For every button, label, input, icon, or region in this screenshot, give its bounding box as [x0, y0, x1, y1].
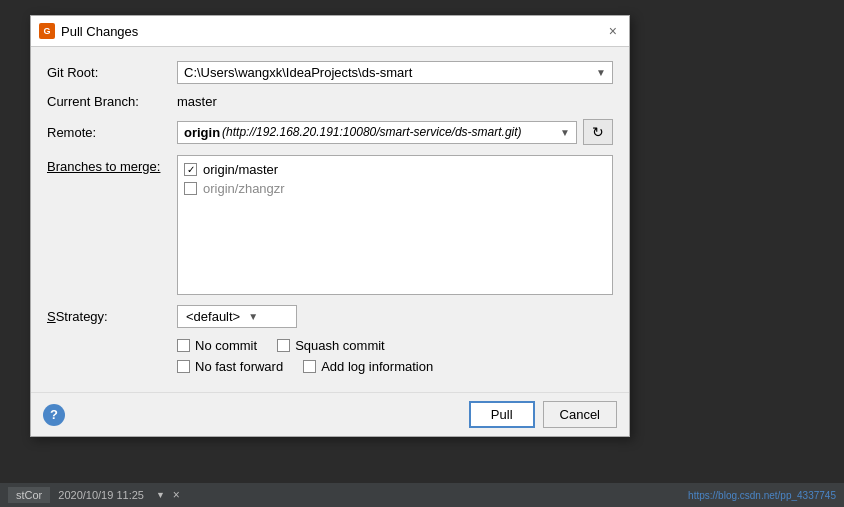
remote-select[interactable]: origin (http://192.168.20.191:10080/smar…	[177, 121, 577, 144]
strategy-row: SStrategy: <default> ▼	[47, 305, 613, 328]
status-timestamp: 2020/10/19 11:25	[58, 489, 144, 501]
status-dropdown-icon[interactable]: ▼	[156, 490, 165, 500]
squash-commit-label: Squash commit	[295, 338, 385, 353]
status-link[interactable]: https://blog.csdn.net/pp_4337745	[688, 490, 836, 501]
dialog-body: Git Root: C:\Users\wangxk\IdeaProjects\d…	[31, 47, 629, 392]
options-row-1: No commit Squash commit	[177, 338, 613, 353]
current-branch-value: master	[177, 94, 217, 109]
pull-changes-dialog: G Pull Changes × Git Root: C:\Users\wang…	[30, 15, 630, 437]
strategy-arrow-icon: ▼	[248, 311, 258, 322]
title-bar-left: G Pull Changes	[39, 23, 138, 39]
footer-buttons: Pull Cancel	[469, 401, 617, 428]
options-row-2: No fast forward Add log information	[177, 359, 613, 374]
dialog-footer: ? Pull Cancel	[31, 392, 629, 436]
remote-url: (http://192.168.20.191:10080/smart-servi…	[222, 125, 521, 139]
current-branch-label: Current Branch:	[47, 94, 177, 109]
refresh-button[interactable]: ↻	[583, 119, 613, 145]
branch-item-master[interactable]: ✓ origin/master	[182, 160, 608, 179]
branch-checkbox-zhangzr[interactable]	[184, 182, 197, 195]
strategy-value: <default>	[186, 309, 240, 324]
git-root-value: C:\Users\wangxk\IdeaProjects\ds-smart	[184, 65, 592, 80]
title-bar: G Pull Changes ×	[31, 16, 629, 47]
remote-label: Remote:	[47, 125, 177, 140]
close-button[interactable]: ×	[605, 22, 621, 40]
branches-row: Branches to merge: ✓ origin/master origi…	[47, 155, 613, 295]
options-section: No commit Squash commit No fast forward …	[177, 338, 613, 374]
squash-commit-checkbox[interactable]	[277, 339, 290, 352]
status-bar: stCor 2020/10/19 11:25 ▼ × https://blog.…	[0, 483, 844, 507]
no-fast-forward-option[interactable]: No fast forward	[177, 359, 283, 374]
dialog-title: Pull Changes	[61, 24, 138, 39]
no-fast-forward-checkbox[interactable]	[177, 360, 190, 373]
help-button[interactable]: ?	[43, 404, 65, 426]
remote-name: origin	[184, 125, 220, 140]
git-root-select[interactable]: C:\Users\wangxk\IdeaProjects\ds-smart ▼	[177, 61, 613, 84]
remote-controls: origin (http://192.168.20.191:10080/smar…	[177, 119, 613, 145]
branch-checkbox-master[interactable]: ✓	[184, 163, 197, 176]
branches-label: Branches to merge:	[47, 155, 177, 174]
pull-button[interactable]: Pull	[469, 401, 535, 428]
branch-name-master: origin/master	[203, 162, 278, 177]
strategy-label: SStrategy:	[47, 309, 177, 324]
strategy-select[interactable]: <default> ▼	[177, 305, 297, 328]
status-tab[interactable]: stCor	[8, 487, 50, 503]
branch-name-zhangzr: origin/zhangzr	[203, 181, 285, 196]
add-log-label: Add log information	[321, 359, 433, 374]
add-log-option[interactable]: Add log information	[303, 359, 433, 374]
no-fast-forward-label: No fast forward	[195, 359, 283, 374]
branch-item-zhangzr[interactable]: origin/zhangzr	[182, 179, 608, 198]
git-root-arrow-icon: ▼	[596, 67, 606, 78]
no-commit-option[interactable]: No commit	[177, 338, 257, 353]
no-commit-checkbox[interactable]	[177, 339, 190, 352]
git-root-row: Git Root: C:\Users\wangxk\IdeaProjects\d…	[47, 61, 613, 84]
remote-arrow-icon: ▼	[560, 127, 570, 138]
branches-list: ✓ origin/master origin/zhangzr	[177, 155, 613, 295]
current-branch-row: Current Branch: master	[47, 94, 613, 109]
cancel-button[interactable]: Cancel	[543, 401, 617, 428]
squash-commit-option[interactable]: Squash commit	[277, 338, 385, 353]
no-commit-label: No commit	[195, 338, 257, 353]
remote-row: Remote: origin (http://192.168.20.191:10…	[47, 119, 613, 145]
git-root-label: Git Root:	[47, 65, 177, 80]
dialog-icon: G	[39, 23, 55, 39]
status-close-icon[interactable]: ×	[173, 488, 180, 502]
add-log-checkbox[interactable]	[303, 360, 316, 373]
